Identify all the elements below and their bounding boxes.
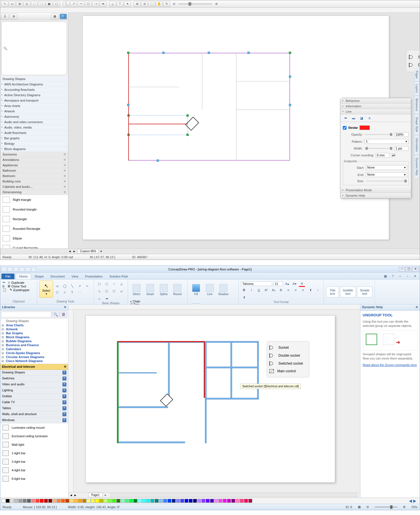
shrink-font-icon[interactable]: A▾: [291, 281, 298, 287]
sb-grid-icon[interactable]: ⊞: [10, 14, 17, 19]
shape-item[interactable]: Rounded Rectangle: [0, 224, 68, 234]
library-item[interactable]: Walls, shell and structure✕: [0, 411, 68, 417]
tree-item[interactable]: Circular Arrows Diagrams: [0, 355, 68, 359]
sub-button[interactable]: A₂: [270, 287, 277, 293]
tab-solutionpark[interactable]: Solution Park: [106, 274, 131, 279]
color-swatch[interactable]: [52, 499, 56, 503]
floorplan[interactable]: [128, 53, 290, 161]
lib-close-icon[interactable]: ⊗: [64, 158, 66, 161]
color-swatch[interactable]: [91, 499, 95, 503]
active-lib-header[interactable]: Electrical and telecom: [2, 365, 35, 369]
category-item[interactable]: AWS Architecture Diagrams: [0, 82, 68, 87]
color-swatch[interactable]: [155, 499, 159, 503]
bold-button[interactable]: B: [241, 287, 247, 293]
pattern-combo[interactable]: 1:▾: [364, 139, 409, 144]
start-combo[interactable]: None▾: [366, 165, 407, 170]
tree-item[interactable]: Artwork: [0, 327, 68, 331]
lib-close-icon[interactable]: ⊗: [64, 185, 66, 188]
section-information[interactable]: Information: [341, 104, 411, 109]
tab-next-icon[interactable]: ►: [73, 250, 76, 253]
bs-arrow-icon[interactable]: ➡: [104, 295, 110, 302]
sb-search-icon[interactable]: 🔍: [60, 14, 67, 19]
tool-edit-icon[interactable]: ✎: [163, 1, 170, 7]
color-swatch[interactable]: [176, 499, 180, 503]
width-slider[interactable]: [364, 148, 393, 149]
lib-close-icon[interactable]: ✕: [62, 400, 66, 404]
shape-item[interactable]: Rectangle: [0, 214, 68, 224]
align-center-icon[interactable]: ≡: [293, 287, 299, 293]
color-swatch[interactable]: [142, 499, 146, 503]
qat-redo-icon[interactable]: [25, 267, 30, 272]
bs-rrect-icon[interactable]: ▢: [104, 281, 110, 287]
title-text-button[interactable]: Title text: [326, 287, 339, 297]
status2-view-icon[interactable]: ▦: [358, 505, 361, 509]
tab-presentation[interactable]: Presentation: [82, 274, 106, 279]
tool-fit-icon[interactable]: ⛶: [148, 1, 155, 7]
shape-item[interactable]: Curved Rectangle: [0, 243, 68, 248]
color-swatch[interactable]: [116, 499, 120, 503]
library-item[interactable]: Drawing Shapes✕: [0, 370, 68, 376]
side-tab[interactable]: Dynamic Help: [414, 155, 419, 178]
library-item[interactable]: Outlets✕: [0, 394, 68, 400]
sheet-next-icon[interactable]: ►: [74, 493, 77, 497]
tool-poly-icon[interactable]: ⬡: [85, 1, 92, 7]
color-swatch[interactable]: [18, 499, 22, 503]
color-swatch[interactable]: [197, 499, 201, 503]
library-item[interactable]: Cabinets and bookc...⊗: [0, 184, 68, 190]
section-dynhelp[interactable]: Dynamic Help: [341, 193, 411, 198]
color-swatch[interactable]: [40, 499, 44, 503]
color-swatch[interactable]: [74, 499, 78, 503]
category-item[interactable]: Bar graphs: [0, 136, 68, 141]
end-combo[interactable]: None▾: [366, 172, 407, 177]
shape-item[interactable]: Right triangle: [0, 195, 68, 205]
stroke-color-swatch[interactable]: [360, 125, 370, 130]
tool-front-icon[interactable]: ▣: [46, 1, 52, 7]
shape-item[interactable]: Ellipse: [0, 234, 68, 243]
file-tab[interactable]: File: [1, 274, 14, 279]
color-swatch[interactable]: [1, 499, 5, 503]
line-button[interactable]: Line: [203, 281, 216, 299]
tool-arrow-icon[interactable]: ↗: [70, 1, 77, 7]
color-swatch[interactable]: [87, 499, 91, 503]
shape-item[interactable]: Enclosed ceiling luminaire: [0, 432, 68, 440]
color-swatch[interactable]: [27, 499, 31, 503]
valign-mid-icon[interactable]: ↕: [315, 287, 321, 293]
color-swatch[interactable]: [70, 499, 74, 503]
help-link[interactable]: Read about the Group commands here: [363, 363, 417, 367]
side-tab[interactable]: Pages: [414, 68, 419, 81]
tool-rect-icon[interactable]: ▭: [9, 1, 16, 7]
color-swatch[interactable]: [23, 499, 27, 503]
tool-chain-icon[interactable]: ⎌: [109, 1, 116, 7]
category-item[interactable]: Audio and video connectors: [0, 119, 68, 125]
valign-bot-icon[interactable]: ⬇: [241, 294, 247, 300]
lib-close-icon[interactable]: ✕: [62, 418, 66, 422]
color-swatch[interactable]: [163, 499, 167, 503]
color-swatch[interactable]: [210, 499, 214, 503]
qat-undo-icon[interactable]: [19, 267, 24, 272]
color-swatch[interactable]: [214, 499, 218, 503]
shape-more-icon[interactable]: ⋯: [76, 289, 83, 295]
bs-dia-icon[interactable]: ◇: [96, 288, 102, 294]
color-swatch[interactable]: [248, 499, 252, 503]
clone-button[interactable]: Clone Tool: [11, 285, 26, 288]
tab-shape[interactable]: Shape: [31, 274, 47, 279]
tree-item[interactable]: Bubble Diagrams: [0, 339, 68, 343]
color-swatch[interactable]: [112, 499, 116, 503]
sidebar-close-icon[interactable]: ✕: [64, 305, 66, 310]
lib-close-icon[interactable]: ⊗: [64, 153, 66, 156]
tool-zoomin-icon[interactable]: ⊕: [134, 1, 140, 7]
color-swatch[interactable]: [236, 499, 240, 503]
tree-item[interactable]: Cisco Network Diagrams: [0, 359, 68, 363]
lib-close-icon[interactable]: ✕: [62, 388, 66, 392]
font-color-icon[interactable]: A: [299, 281, 305, 287]
color-swatch[interactable]: [227, 499, 231, 503]
color-swatch[interactable]: [65, 499, 69, 503]
library-item[interactable]: Bedroom⊗: [0, 173, 68, 179]
duplicate-button[interactable]: Duplicate: [11, 281, 24, 284]
color-swatch[interactable]: [129, 499, 133, 503]
tab-document[interactable]: Document: [47, 274, 68, 279]
category-item[interactable]: Active Directory Diagrams: [0, 93, 68, 98]
tab-shadow-icon[interactable]: ◪: [359, 115, 364, 121]
tool-ungroup-icon[interactable]: ⬚: [38, 1, 45, 7]
hscrollbar[interactable]: [111, 493, 357, 497]
